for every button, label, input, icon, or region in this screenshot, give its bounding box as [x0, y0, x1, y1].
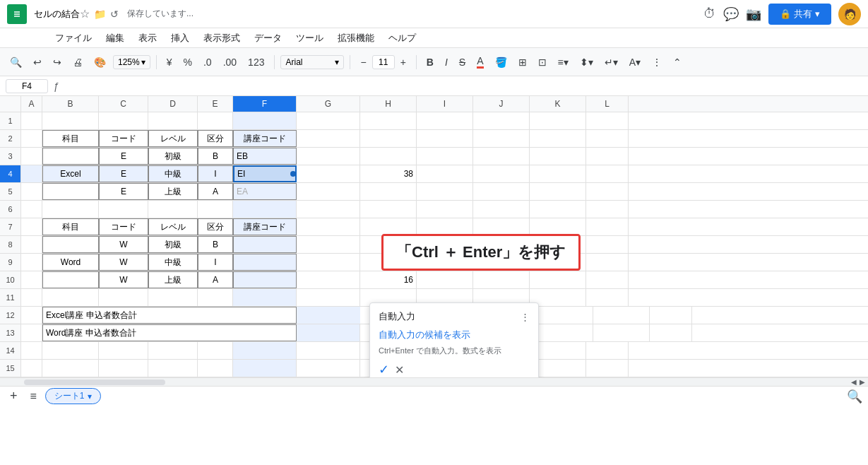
- row-header-8[interactable]: 8: [0, 236, 21, 253]
- more-button[interactable]: ⋮: [648, 54, 666, 71]
- wrap-button[interactable]: ↵▾: [600, 54, 622, 71]
- cell-f9[interactable]: [233, 254, 297, 271]
- cell-k13[interactable]: [593, 324, 650, 341]
- cell-j13[interactable]: [537, 324, 593, 341]
- autocomplete-dismiss[interactable]: ✕: [395, 363, 404, 377]
- cell-b13[interactable]: Word講座 申込者数合計: [42, 324, 297, 341]
- cell-l14[interactable]: [586, 342, 629, 359]
- col-header-a[interactable]: A: [21, 96, 42, 112]
- percent-button[interactable]: %: [179, 54, 196, 71]
- row-header-12[interactable]: 12: [0, 307, 21, 324]
- cell-b10[interactable]: [42, 271, 99, 288]
- bold-button[interactable]: B: [422, 54, 438, 71]
- cell-l10[interactable]: [586, 271, 629, 288]
- col-header-c[interactable]: C: [99, 96, 148, 112]
- cell-k2[interactable]: [530, 130, 586, 147]
- cell-j7[interactable]: [473, 218, 530, 235]
- cell-h1[interactable]: [360, 112, 417, 129]
- cell-b7[interactable]: 科目: [42, 218, 99, 235]
- decimal-inc-button[interactable]: .00: [219, 54, 241, 71]
- cell-j6[interactable]: [473, 201, 530, 218]
- row-header-11[interactable]: 11: [0, 289, 21, 306]
- col-header-k[interactable]: K: [530, 96, 586, 112]
- cell-l2[interactable]: [586, 130, 629, 147]
- sheet-tab-1[interactable]: シート1 ▾: [45, 388, 101, 404]
- cell-h2[interactable]: [360, 130, 417, 147]
- cell-j12[interactable]: [537, 307, 593, 324]
- cell-reference[interactable]: [6, 79, 48, 93]
- menu-insert[interactable]: 挿入: [165, 30, 195, 46]
- cell-h3[interactable]: [360, 148, 417, 165]
- row-header-13[interactable]: 13: [0, 324, 21, 341]
- font-size-input[interactable]: [372, 55, 395, 69]
- col-header-j[interactable]: J: [473, 96, 530, 112]
- cell-e7[interactable]: 区分: [198, 218, 233, 235]
- cell-j5[interactable]: [473, 183, 530, 200]
- undo-button[interactable]: ↩: [29, 54, 46, 71]
- font-size-increase[interactable]: +: [396, 54, 410, 71]
- cell-g2[interactable]: [297, 130, 360, 147]
- cell-f12[interactable]: [297, 307, 360, 324]
- menu-format[interactable]: 表示形式: [198, 30, 246, 46]
- sheet-list-button[interactable]: ≡: [26, 387, 41, 406]
- cell-g8[interactable]: [297, 236, 360, 253]
- cell-c11[interactable]: [99, 289, 148, 306]
- cell-l11[interactable]: [586, 289, 629, 306]
- cell-c8[interactable]: W: [99, 236, 148, 253]
- align-button[interactable]: ≡▾: [554, 54, 573, 71]
- cell-d3[interactable]: 初級: [148, 148, 198, 165]
- add-sheet-button[interactable]: +: [6, 386, 22, 406]
- cell-b3[interactable]: [42, 148, 99, 165]
- cell-a12[interactable]: [21, 307, 42, 324]
- redo-button[interactable]: ↪: [49, 54, 66, 71]
- cell-l9[interactable]: [586, 254, 629, 271]
- history-icon[interactable]: ⏱: [703, 6, 716, 21]
- cell-g7[interactable]: [297, 218, 360, 235]
- cell-a1[interactable]: [21, 112, 42, 129]
- cell-f7[interactable]: 講座コード: [233, 218, 297, 235]
- row-header-3[interactable]: 3: [0, 148, 21, 165]
- paint-format-button[interactable]: 🎨: [90, 54, 110, 71]
- cell-e3[interactable]: B: [198, 148, 233, 165]
- row-header-15[interactable]: 15: [0, 360, 21, 377]
- cell-a13[interactable]: [21, 324, 42, 341]
- share-button[interactable]: 🔒 共有 ▾: [768, 4, 831, 25]
- cell-k5[interactable]: [530, 183, 586, 200]
- cell-a6[interactable]: [21, 201, 42, 218]
- cell-e9[interactable]: I: [198, 254, 233, 271]
- cell-c6[interactable]: [99, 201, 148, 218]
- row-header-5[interactable]: 5: [0, 183, 21, 200]
- cell-b15[interactable]: [42, 360, 99, 377]
- star-icon[interactable]: ☆: [80, 7, 90, 20]
- row-header-14[interactable]: 14: [0, 342, 21, 359]
- cell-k12[interactable]: [593, 307, 650, 324]
- cell-h5[interactable]: [360, 183, 417, 200]
- currency-button[interactable]: ¥: [162, 54, 177, 71]
- cell-b9[interactable]: Word: [42, 254, 99, 271]
- cell-e10[interactable]: A: [198, 271, 233, 288]
- cell-b12[interactable]: Excel講座 申込者数合計: [42, 307, 297, 324]
- cell-f3[interactable]: EB: [233, 148, 297, 165]
- comment-icon[interactable]: 💬: [723, 6, 739, 22]
- cell-c4[interactable]: E: [99, 165, 148, 182]
- menu-tools[interactable]: ツール: [290, 30, 329, 46]
- cell-a14[interactable]: [21, 342, 42, 359]
- cell-j2[interactable]: [473, 130, 530, 147]
- cell-d14[interactable]: [148, 342, 198, 359]
- explore-icon[interactable]: 🔍: [847, 389, 862, 404]
- text-rotation-button[interactable]: A▾: [625, 54, 645, 71]
- cell-f8[interactable]: [233, 236, 297, 253]
- fill-color-button[interactable]: 🪣: [491, 54, 511, 71]
- cell-c3[interactable]: E: [99, 148, 148, 165]
- menu-extensions[interactable]: 拡張機能: [332, 30, 380, 46]
- autocomplete-confirm[interactable]: ✓: [379, 362, 389, 377]
- cell-e5[interactable]: A: [198, 183, 233, 200]
- avatar[interactable]: 🧑: [838, 3, 861, 25]
- scroll-left-icon[interactable]: ◀: [851, 378, 857, 386]
- cell-d15[interactable]: [148, 360, 198, 377]
- cell-k7[interactable]: [530, 218, 586, 235]
- cell-f10[interactable]: [233, 271, 297, 288]
- cell-a9[interactable]: [21, 254, 42, 271]
- chevron-up-button[interactable]: ⌃: [669, 54, 686, 71]
- cell-f13[interactable]: [297, 324, 360, 341]
